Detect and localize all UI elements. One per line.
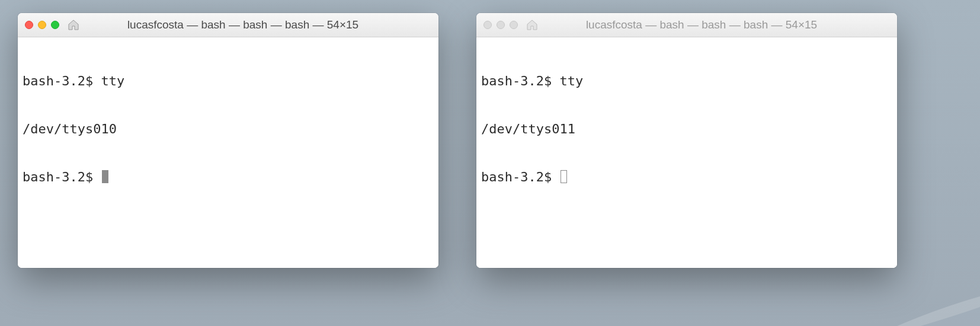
titlebar[interactable]: lucasfcosta — bash — bash — bash — 54×15 bbox=[18, 13, 438, 37]
window-title: lucasfcosta — bash — bash — bash — 54×15 bbox=[513, 18, 890, 31]
terminal-line: /dev/ttys010 bbox=[23, 121, 434, 137]
close-icon[interactable] bbox=[483, 21, 492, 29]
minimize-icon[interactable] bbox=[497, 21, 505, 29]
terminal-window-right[interactable]: lucasfcosta — bash — bash — bash — 54×15… bbox=[476, 13, 897, 268]
terminal-window-left[interactable]: lucasfcosta — bash — bash — bash — 54×15… bbox=[18, 13, 438, 268]
window-title: lucasfcosta — bash — bash — bash — 54×15 bbox=[55, 18, 431, 31]
cursor-icon bbox=[102, 170, 108, 183]
prompt-text: bash-3.2$ bbox=[481, 170, 559, 184]
terminal-content[interactable]: bash-3.2$ tty /dev/ttys011 bash-3.2$ bbox=[476, 37, 897, 268]
close-icon[interactable] bbox=[25, 21, 33, 29]
terminal-line: bash-3.2$ bbox=[481, 169, 892, 185]
cursor-icon bbox=[561, 170, 567, 183]
terminal-content[interactable]: bash-3.2$ tty /dev/ttys010 bash-3.2$ bbox=[18, 37, 438, 268]
prompt-text: bash-3.2$ bbox=[23, 170, 101, 184]
dock-edge-decoration bbox=[790, 290, 980, 326]
minimize-icon[interactable] bbox=[38, 21, 46, 29]
terminal-line: bash-3.2$ tty bbox=[481, 73, 892, 89]
terminal-line: /dev/ttys011 bbox=[481, 121, 892, 137]
titlebar[interactable]: lucasfcosta — bash — bash — bash — 54×15 bbox=[476, 13, 897, 37]
terminal-line: bash-3.2$ tty bbox=[23, 73, 434, 89]
terminal-line: bash-3.2$ bbox=[23, 169, 434, 185]
